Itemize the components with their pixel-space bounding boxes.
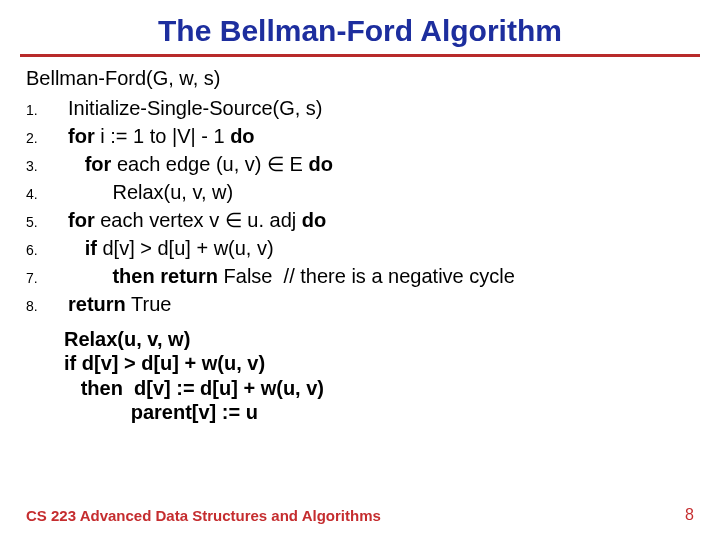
line-text: if d[v] > d[u] + w(u, v) xyxy=(68,236,274,261)
line-number: 7. xyxy=(26,270,68,288)
slide-title: The Bellman-Ford Algorithm xyxy=(26,14,694,48)
line-text: then return False // there is a negative… xyxy=(68,264,515,289)
line-number: 6. xyxy=(26,242,68,260)
algorithm-block: 1.Initialize-Single-Source(G, s)2.for i … xyxy=(26,96,694,317)
line-text: Relax(u, v, w) xyxy=(68,180,233,205)
function-signature: Bellman-Ford(G, w, s) xyxy=(26,67,694,90)
line-number: 4. xyxy=(26,186,68,204)
algo-line: 1.Initialize-Single-Source(G, s) xyxy=(26,96,694,121)
line-number: 1. xyxy=(26,102,68,120)
line-text: for each vertex v ∈ u. adj do xyxy=(68,208,326,233)
algo-line: 7. then return False // there is a negat… xyxy=(26,264,694,289)
algo-line: 5.for each vertex v ∈ u. adj do xyxy=(26,208,694,233)
line-number: 3. xyxy=(26,158,68,176)
line-number: 2. xyxy=(26,130,68,148)
line-text: for each edge (u, v) ∈ E do xyxy=(68,152,333,177)
relax-block: Relax(u, v, w) if d[v] > d[u] + w(u, v) … xyxy=(64,327,694,425)
line-text: for i := 1 to |V| - 1 do xyxy=(68,124,255,149)
title-underline xyxy=(20,54,700,57)
line-number: 8. xyxy=(26,298,68,316)
line-text: Initialize-Single-Source(G, s) xyxy=(68,96,323,121)
slide: The Bellman-Ford Algorithm Bellman-Ford(… xyxy=(0,0,720,540)
algo-line: 8.return True xyxy=(26,292,694,317)
algo-line: 4. Relax(u, v, w) xyxy=(26,180,694,205)
page-number: 8 xyxy=(685,506,694,524)
algo-line: 3. for each edge (u, v) ∈ E do xyxy=(26,152,694,177)
algo-line: 2.for i := 1 to |V| - 1 do xyxy=(26,124,694,149)
line-number: 5. xyxy=(26,214,68,232)
algo-line: 6. if d[v] > d[u] + w(u, v) xyxy=(26,236,694,261)
line-text: return True xyxy=(68,292,171,317)
course-footer: CS 223 Advanced Data Structures and Algo… xyxy=(26,507,381,524)
